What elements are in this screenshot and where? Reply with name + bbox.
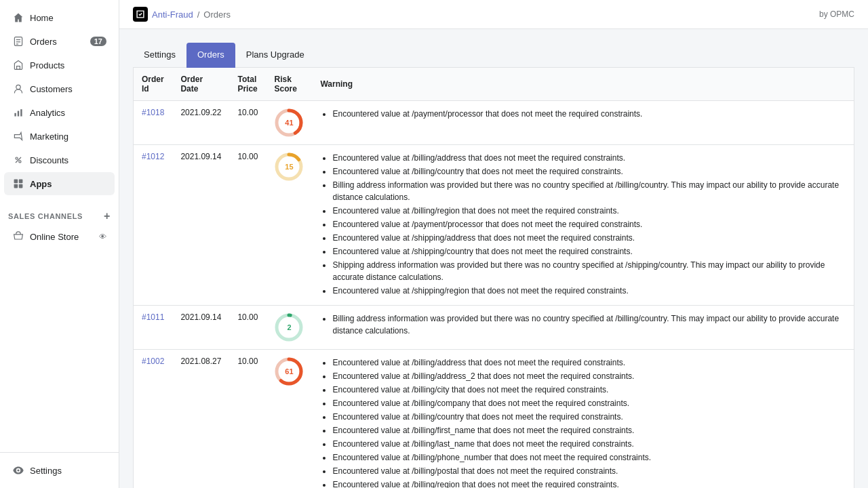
table-row: #10112021.09.1410.002Billing address inf… bbox=[134, 306, 854, 350]
store-icon bbox=[12, 230, 24, 243]
warning-item: Shipping address information was provide… bbox=[332, 259, 846, 283]
svg-point-10 bbox=[19, 161, 21, 163]
warning-item: Encountered value at /shipping/region th… bbox=[332, 285, 846, 297]
warning-cell: Billing address information was provided… bbox=[312, 306, 854, 350]
breadcrumb-page: Orders bbox=[203, 9, 231, 20]
order-date-cell: 2021.09.14 bbox=[172, 145, 229, 306]
sidebar-item-orders[interactable]: Orders 17 bbox=[4, 30, 115, 53]
sidebar-label-home: Home bbox=[30, 13, 106, 23]
warning-cell: Encountered value at /payment/processor … bbox=[312, 101, 854, 145]
order-id-link[interactable]: #1011 bbox=[142, 312, 164, 322]
home-icon bbox=[12, 12, 24, 24]
order-id-link[interactable]: #1012 bbox=[142, 152, 164, 161]
warning-item: Encountered value at /billing/postal tha… bbox=[332, 465, 846, 477]
order-date-cell: 2021.09.14 bbox=[172, 306, 229, 350]
main-content: Anti-Fraud / Orders by OPMC Settings Ord… bbox=[119, 0, 868, 488]
app-icon bbox=[133, 7, 148, 22]
risk-gauge: 61 bbox=[274, 357, 304, 386]
sidebar-item-products[interactable]: Products bbox=[4, 54, 115, 77]
order-price-cell: 10.00 bbox=[229, 145, 266, 306]
warning-item: Encountered value at /billing/city that … bbox=[332, 384, 846, 396]
tab-orders[interactable]: Orders bbox=[186, 43, 235, 68]
sidebar-label-analytics: Analytics bbox=[30, 108, 106, 118]
order-id-cell: #1002 bbox=[134, 350, 173, 489]
warning-item: Encountered value at /billing/address th… bbox=[332, 152, 846, 164]
col-order-id: OrderId bbox=[134, 68, 173, 101]
risk-score-label: 2 bbox=[287, 323, 291, 331]
order-date-cell: 2021.09.22 bbox=[172, 101, 229, 145]
table-row: #10022021.08.2710.0061Encountered value … bbox=[134, 350, 854, 489]
online-store-label: Online Store bbox=[30, 232, 94, 242]
order-price-cell: 10.00 bbox=[229, 350, 266, 489]
add-sales-channel-button[interactable]: + bbox=[104, 211, 111, 222]
svg-rect-14 bbox=[14, 184, 18, 188]
sidebar-item-settings[interactable]: Settings bbox=[4, 459, 115, 482]
sidebar-item-discounts[interactable]: Discounts bbox=[4, 148, 115, 171]
topbar-right: by OPMC bbox=[819, 9, 854, 19]
order-price-cell: 10.00 bbox=[229, 101, 266, 145]
svg-rect-15 bbox=[19, 184, 23, 188]
sidebar-item-customers[interactable]: Customers bbox=[4, 77, 115, 100]
warning-item: Encountered value at /billing/country th… bbox=[332, 411, 846, 423]
order-id-link[interactable]: #1002 bbox=[142, 357, 164, 366]
warning-item: Encountered value at /billing/address th… bbox=[332, 357, 846, 369]
tab-plans[interactable]: Plans Upgrade bbox=[235, 43, 315, 68]
settings-label: Settings bbox=[30, 466, 106, 476]
risk-score-cell: 61 bbox=[266, 350, 312, 489]
sidebar-label-marketing: Marketing bbox=[30, 131, 106, 142]
order-price-cell: 10.00 bbox=[229, 306, 266, 350]
order-id-link[interactable]: #1018 bbox=[142, 108, 164, 117]
tab-settings[interactable]: Settings bbox=[133, 43, 186, 68]
sales-channels-label: SALES CHANNELS bbox=[8, 212, 83, 220]
online-store-eye-icon[interactable]: 👁 bbox=[99, 232, 106, 241]
risk-score-label: 61 bbox=[285, 367, 293, 375]
warning-item: Encountered value at /billing/phone_numb… bbox=[332, 451, 846, 464]
sidebar-label-customers: Customers bbox=[30, 84, 106, 94]
sidebar-label-apps: Apps bbox=[30, 179, 106, 189]
svg-point-5 bbox=[16, 85, 20, 89]
risk-gauge: 41 bbox=[274, 108, 304, 138]
products-icon bbox=[12, 59, 24, 71]
sidebar-label-products: Products bbox=[30, 60, 106, 70]
sidebar: Home Orders 17 Products Customers bbox=[0, 0, 119, 488]
sidebar-item-apps[interactable]: Apps bbox=[4, 172, 115, 195]
sidebar-item-analytics[interactable]: Analytics bbox=[4, 101, 115, 124]
risk-score-cell: 2 bbox=[266, 306, 312, 350]
tab-bar: Settings Orders Plans Upgrade bbox=[133, 43, 854, 68]
warning-item: Encountered value at /shipping/address t… bbox=[332, 232, 846, 244]
warning-item: Encountered value at /billing/last_name … bbox=[332, 438, 846, 450]
sidebar-item-online-store[interactable]: Online Store 👁 bbox=[4, 225, 115, 248]
order-id-cell: #1012 bbox=[134, 145, 173, 306]
risk-score-label: 41 bbox=[285, 119, 293, 127]
warning-item: Encountered value at /billing/country th… bbox=[332, 165, 846, 178]
breadcrumb-app[interactable]: Anti-Fraud bbox=[152, 9, 193, 20]
sidebar-item-marketing[interactable]: Marketing bbox=[4, 125, 115, 148]
svg-rect-6 bbox=[14, 113, 16, 117]
order-id-cell: #1011 bbox=[134, 306, 173, 350]
warning-item: Encountered value at /billing/first_name… bbox=[332, 424, 846, 436]
svg-line-11 bbox=[16, 157, 21, 163]
order-id-cell: #1018 bbox=[134, 101, 173, 145]
col-risk-score: RiskScore bbox=[266, 68, 312, 101]
marketing-icon bbox=[12, 130, 24, 142]
sidebar-item-home[interactable]: Home bbox=[4, 6, 115, 29]
risk-gauge: 2 bbox=[274, 312, 304, 342]
orders-table: OrderId OrderDate TotalPrice RiskScore W… bbox=[133, 68, 854, 488]
warning-cell: Encountered value at /billing/address th… bbox=[312, 145, 854, 306]
warning-item: Encountered value at /billing/region tha… bbox=[332, 205, 846, 217]
table-row: #10122021.09.1410.0015Encountered value … bbox=[134, 145, 854, 306]
content-area: Settings Orders Plans Upgrade OrderId Or… bbox=[119, 29, 868, 488]
svg-rect-12 bbox=[14, 180, 18, 184]
sidebar-label-discounts: Discounts bbox=[30, 155, 106, 165]
sidebar-label-orders: Orders bbox=[30, 37, 85, 47]
sales-channels-section: SALES CHANNELS + bbox=[0, 201, 119, 224]
warning-item: Encountered value at /billing/region tha… bbox=[332, 479, 846, 488]
col-warning: Warning bbox=[312, 68, 854, 101]
discounts-icon bbox=[12, 154, 24, 166]
risk-score-cell: 41 bbox=[266, 101, 312, 145]
warning-list: Encountered value at /billing/address th… bbox=[320, 152, 846, 297]
col-order-date: OrderDate bbox=[172, 68, 229, 101]
warning-list: Billing address information was provided… bbox=[320, 312, 846, 337]
breadcrumb: Anti-Fraud / Orders bbox=[133, 7, 231, 22]
warning-item: Billing address information was provided… bbox=[332, 179, 846, 203]
